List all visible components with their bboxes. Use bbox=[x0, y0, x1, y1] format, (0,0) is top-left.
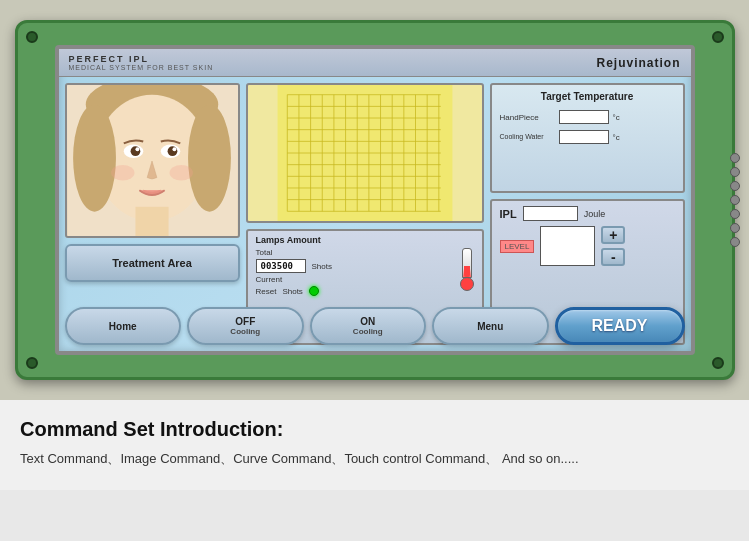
grid-area bbox=[246, 83, 484, 223]
connector-dot bbox=[730, 181, 740, 191]
svg-point-19 bbox=[167, 146, 177, 156]
brand-subtitle: MEDICAL SYSTEM FOR BEST SKIN bbox=[69, 64, 214, 71]
svg-point-13 bbox=[73, 104, 116, 211]
lamps-current-label: Current bbox=[256, 275, 291, 284]
target-temp-box: Target Temperature HandPiece °c Cooling … bbox=[490, 83, 685, 193]
right-column: Target Temperature HandPiece °c Cooling … bbox=[490, 83, 685, 345]
thermo-body bbox=[462, 248, 472, 278]
svg-point-20 bbox=[135, 147, 139, 151]
cooling-water-input[interactable] bbox=[559, 130, 609, 144]
lcd-screen: PERFECT IPL MEDICAL SYSTEM FOR BEST SKIN… bbox=[55, 45, 695, 355]
thermometer bbox=[460, 248, 474, 291]
mount-hole-bl bbox=[26, 357, 38, 369]
handpiece-unit: °c bbox=[613, 113, 620, 122]
grid-svg bbox=[248, 85, 482, 221]
plus-button[interactable]: + bbox=[601, 226, 625, 244]
brand-name: PERFECT IPL bbox=[69, 54, 214, 64]
connector-dot bbox=[730, 209, 740, 219]
svg-point-22 bbox=[111, 165, 134, 181]
section-title: Command Set Introduction: bbox=[20, 418, 729, 441]
lamps-title: Lamps Amount bbox=[256, 235, 474, 245]
ipl-input[interactable] bbox=[523, 206, 578, 221]
page-wrapper: PERFECT IPL MEDICAL SYSTEM FOR BEST SKIN… bbox=[0, 0, 749, 490]
lamps-total-value: 003500 bbox=[256, 259, 306, 273]
connector-dot bbox=[730, 167, 740, 177]
svg-point-21 bbox=[172, 147, 176, 151]
svg-rect-15 bbox=[135, 207, 168, 236]
on-cooling-button[interactable]: ON Cooling bbox=[310, 307, 427, 345]
section-body: Text Command、Image Command、Curve Command… bbox=[20, 449, 729, 470]
lamps-reset-row: Reset Shots bbox=[256, 286, 450, 296]
handpiece-input[interactable] bbox=[559, 110, 609, 124]
face-illustration-svg bbox=[67, 85, 238, 236]
svg-point-18 bbox=[130, 146, 140, 156]
left-column: Treatment Area bbox=[65, 83, 240, 345]
device-wrapper: PERFECT IPL MEDICAL SYSTEM FOR BEST SKIN… bbox=[0, 0, 749, 400]
target-temp-title: Target Temperature bbox=[500, 91, 675, 102]
plus-minus-controls: + - bbox=[601, 226, 625, 266]
mode-title: Rejuvination bbox=[596, 56, 680, 70]
lamps-total-row: Total bbox=[256, 248, 450, 257]
svg-point-23 bbox=[169, 165, 192, 181]
pcb-board: PERFECT IPL MEDICAL SYSTEM FOR BEST SKIN… bbox=[15, 20, 735, 380]
level-label: LEVEL bbox=[500, 240, 535, 253]
lamps-value-row: 003500 Shots bbox=[256, 259, 450, 273]
connector-right bbox=[730, 153, 740, 247]
thermo-fill bbox=[464, 266, 470, 277]
lamps-current-row: Current bbox=[256, 275, 450, 284]
lamps-reset-label: Reset bbox=[256, 287, 277, 296]
mount-hole-tl bbox=[26, 31, 38, 43]
menu-button[interactable]: Menu bbox=[432, 307, 549, 345]
bottom-buttons-row: Home OFF Cooling ON Cooling Menu READY bbox=[59, 307, 691, 351]
handpiece-label: HandPiece bbox=[500, 113, 555, 122]
middle-column: Lamps Amount Total 003500 Shots bbox=[246, 83, 484, 345]
mount-hole-br bbox=[712, 357, 724, 369]
connector-dot bbox=[730, 223, 740, 233]
ipl-row: IPL Joule bbox=[500, 206, 675, 221]
ready-button[interactable]: READY bbox=[555, 307, 685, 345]
minus-button[interactable]: - bbox=[601, 248, 625, 266]
cooling-water-unit: °c bbox=[613, 133, 620, 142]
ipl-label: IPL bbox=[500, 208, 517, 220]
handpiece-row: HandPiece °c bbox=[500, 110, 675, 124]
svg-point-14 bbox=[188, 104, 231, 211]
connector-dot bbox=[730, 237, 740, 247]
thermo-bulb bbox=[460, 277, 474, 291]
indicator-light bbox=[309, 286, 319, 296]
mount-hole-tr bbox=[712, 31, 724, 43]
cooling-water-label: Cooling Water bbox=[500, 133, 555, 141]
lamps-total-label: Total bbox=[256, 248, 291, 257]
screen-header: PERFECT IPL MEDICAL SYSTEM FOR BEST SKIN… bbox=[59, 49, 691, 77]
lamps-shots-label: Shots bbox=[312, 262, 332, 271]
text-section: Command Set Introduction: Text Command、I… bbox=[0, 400, 749, 490]
ipl-unit: Joule bbox=[584, 209, 606, 219]
lamps-shots2-label: Shots bbox=[282, 287, 302, 296]
home-button[interactable]: Home bbox=[65, 307, 182, 345]
connector-dot bbox=[730, 195, 740, 205]
off-cooling-button[interactable]: OFF Cooling bbox=[187, 307, 304, 345]
face-image bbox=[65, 83, 240, 238]
section-body-text: Text Command、Image Command、Curve Command… bbox=[20, 451, 579, 466]
cooling-water-row: Cooling Water °c bbox=[500, 130, 675, 144]
connector-dot bbox=[730, 153, 740, 163]
level-box[interactable] bbox=[540, 226, 595, 266]
treatment-area-button[interactable]: Treatment Area bbox=[65, 244, 240, 282]
level-section: LEVEL + - bbox=[500, 226, 675, 266]
